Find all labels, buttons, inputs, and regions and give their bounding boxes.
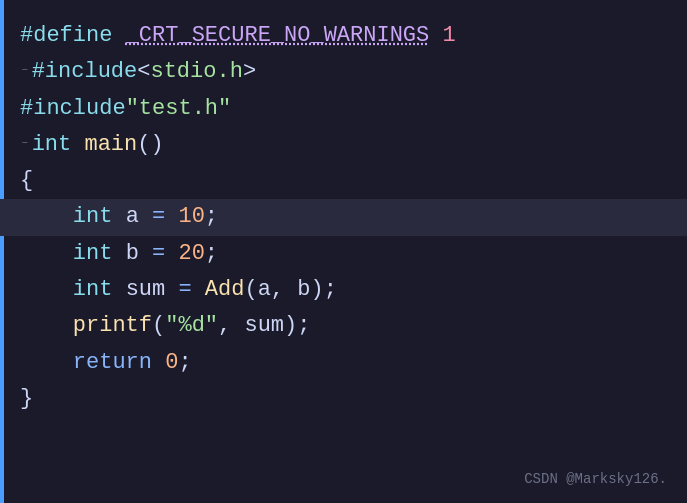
space-eq-sum <box>165 272 178 308</box>
arg-a: a <box>258 272 271 308</box>
line-9: printf ( "%d" , sum ) ; <box>20 308 667 344</box>
space-a <box>112 199 125 235</box>
space-sum <box>112 272 125 308</box>
space-return <box>152 345 165 381</box>
var-b: b <box>126 236 139 272</box>
int-keyword-b: int <box>73 236 113 272</box>
space-printf-sum <box>231 308 244 344</box>
semi-printf: ; <box>297 308 310 344</box>
num-10: 10 <box>178 199 204 235</box>
printf-format: "%d" <box>165 308 218 344</box>
angle-close-2: > <box>243 54 256 90</box>
space-b <box>112 236 125 272</box>
line-7: int b = 20 ; <box>20 236 667 272</box>
int-keyword-a: int <box>73 199 113 235</box>
code-editor: #define _CRT_SECURE_NO_WARNINGS 1 ⁻ #inc… <box>0 0 687 503</box>
fold-icon-4[interactable]: ⁻ <box>20 133 30 159</box>
main-function-name: main <box>84 127 137 163</box>
printf-comma: , <box>218 308 231 344</box>
line-3: #include "test.h" <box>20 91 667 127</box>
include-keyword-3: #include <box>20 91 126 127</box>
line-5: { <box>20 163 667 199</box>
define-keyword: #define <box>20 18 112 54</box>
indent-6 <box>20 199 73 235</box>
printf-arg-sum: sum <box>244 308 284 344</box>
comma-ab: , <box>271 272 284 308</box>
semi-a: ; <box>205 199 218 235</box>
indent-8 <box>20 272 73 308</box>
num-20: 20 <box>178 236 204 272</box>
header-test: "test.h" <box>126 91 232 127</box>
open-brace: { <box>20 163 33 199</box>
space-main <box>71 127 84 163</box>
fold-icon-2[interactable]: ⁻ <box>20 60 30 86</box>
eq-a: = <box>152 199 165 235</box>
eq-b: = <box>152 236 165 272</box>
main-parens: () <box>137 127 163 163</box>
line-2: ⁻ #include < stdio.h > <box>20 54 667 90</box>
space-arg-b <box>284 272 297 308</box>
return-keyword: return <box>73 345 152 381</box>
add-paren-open: ( <box>244 272 257 308</box>
semi-sum: ; <box>324 272 337 308</box>
int-keyword-main: int <box>32 127 72 163</box>
int-keyword-sum: int <box>73 272 113 308</box>
var-sum: sum <box>126 272 166 308</box>
space <box>112 18 125 54</box>
semi-return: ; <box>178 345 191 381</box>
space-num-a <box>165 199 178 235</box>
space-num-b <box>165 236 178 272</box>
indent-9 <box>20 308 73 344</box>
add-paren-close: ) <box>310 272 323 308</box>
space-eq-a <box>139 199 152 235</box>
include-keyword-2: #include <box>32 54 138 90</box>
macro-value: 1 <box>442 18 455 54</box>
line-1: #define _CRT_SECURE_NO_WARNINGS 1 <box>20 18 667 54</box>
macro-name: _CRT_SECURE_NO_WARNINGS <box>126 18 430 54</box>
line-11: } <box>20 381 667 417</box>
return-value: 0 <box>165 345 178 381</box>
semi-b: ; <box>205 236 218 272</box>
space2 <box>429 18 442 54</box>
line-4: ⁻ int main () <box>20 127 667 163</box>
line-8: int sum = Add ( a , b ) ; <box>20 272 667 308</box>
indent-10 <box>20 345 73 381</box>
angle-open-2: < <box>137 54 150 90</box>
add-function: Add <box>205 272 245 308</box>
close-brace: } <box>20 381 33 417</box>
printf-paren-open: ( <box>152 308 165 344</box>
var-a: a <box>126 199 139 235</box>
arg-b: b <box>297 272 310 308</box>
printf-paren-close: ) <box>284 308 297 344</box>
printf-function: printf <box>73 308 152 344</box>
header-stdio: stdio.h <box>150 54 242 90</box>
watermark: CSDN @Marksky126. <box>524 471 667 487</box>
line-10: return 0 ; <box>20 345 667 381</box>
code-content: #define _CRT_SECURE_NO_WARNINGS 1 ⁻ #inc… <box>0 0 687 435</box>
space-add <box>192 272 205 308</box>
indent-7 <box>20 236 73 272</box>
eq-sum: = <box>178 272 191 308</box>
line-6: int a = 10 ; <box>0 199 687 235</box>
space-eq-b <box>139 236 152 272</box>
